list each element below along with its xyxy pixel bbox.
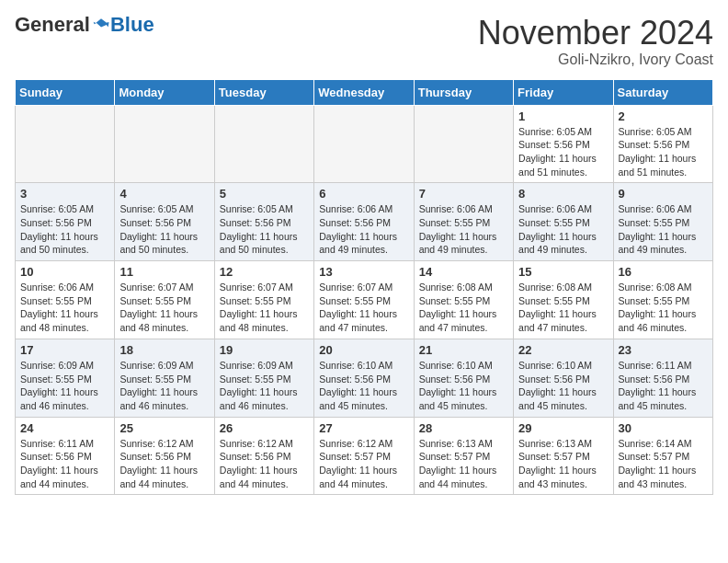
calendar-cell [115, 105, 214, 183]
calendar-cell: 20Sunrise: 6:10 AMSunset: 5:56 PMDayligh… [314, 339, 414, 417]
month-title: November 2024 [478, 15, 713, 52]
day-number: 23 [619, 343, 708, 357]
day-info: Sunrise: 6:11 AMSunset: 5:56 PMDaylight:… [20, 437, 109, 491]
day-number: 14 [419, 265, 508, 279]
calendar-cell [414, 105, 513, 183]
day-info: Sunrise: 6:13 AMSunset: 5:57 PMDaylight:… [518, 437, 608, 491]
day-info: Sunrise: 6:08 AMSunset: 5:55 PMDaylight:… [619, 281, 708, 335]
day-info: Sunrise: 6:05 AMSunset: 5:56 PMDaylight:… [20, 202, 109, 257]
day-info: Sunrise: 6:12 AMSunset: 5:56 PMDaylight:… [220, 437, 309, 491]
day-number: 26 [220, 421, 309, 435]
day-info: Sunrise: 6:13 AMSunset: 5:57 PMDaylight:… [419, 437, 508, 491]
col-header-saturday: Saturday [613, 79, 712, 105]
calendar-cell: 11Sunrise: 6:07 AMSunset: 5:55 PMDayligh… [115, 261, 214, 339]
logo: General Blue [15, 15, 154, 35]
calendar-cell: 6Sunrise: 6:06 AMSunset: 5:56 PMDaylight… [314, 183, 414, 261]
calendar-cell: 10Sunrise: 6:06 AMSunset: 5:55 PMDayligh… [16, 261, 115, 339]
day-info: Sunrise: 6:07 AMSunset: 5:55 PMDaylight:… [119, 281, 209, 335]
day-info: Sunrise: 6:12 AMSunset: 5:57 PMDaylight:… [319, 437, 408, 491]
day-info: Sunrise: 6:05 AMSunset: 5:56 PMDaylight:… [619, 125, 708, 179]
calendar-cell: 18Sunrise: 6:09 AMSunset: 5:55 PMDayligh… [115, 339, 214, 417]
day-number: 5 [220, 187, 309, 201]
calendar-cell: 4Sunrise: 6:05 AMSunset: 5:56 PMDaylight… [115, 183, 214, 261]
day-number: 3 [20, 187, 109, 201]
calendar-cell: 8Sunrise: 6:06 AMSunset: 5:55 PMDaylight… [514, 183, 613, 261]
day-number: 2 [619, 109, 708, 123]
calendar-cell: 26Sunrise: 6:12 AMSunset: 5:56 PMDayligh… [214, 417, 313, 495]
calendar-week-row: 1Sunrise: 6:05 AMSunset: 5:56 PMDaylight… [16, 105, 713, 183]
day-number: 20 [319, 343, 408, 357]
day-number: 13 [319, 265, 408, 279]
calendar-cell: 1Sunrise: 6:05 AMSunset: 5:56 PMDaylight… [514, 105, 613, 183]
col-header-wednesday: Wednesday [314, 79, 414, 105]
col-header-thursday: Thursday [414, 79, 513, 105]
day-info: Sunrise: 6:11 AMSunset: 5:56 PMDaylight:… [619, 359, 708, 413]
calendar-cell: 25Sunrise: 6:12 AMSunset: 5:56 PMDayligh… [115, 417, 214, 495]
page-header: General Blue November 2024 Goli-Nzikro, … [15, 15, 713, 68]
calendar-cell: 5Sunrise: 6:05 AMSunset: 5:56 PMDaylight… [214, 183, 313, 261]
day-info: Sunrise: 6:08 AMSunset: 5:55 PMDaylight:… [419, 281, 508, 335]
calendar-cell: 2Sunrise: 6:05 AMSunset: 5:56 PMDaylight… [613, 105, 712, 183]
day-info: Sunrise: 6:05 AMSunset: 5:56 PMDaylight:… [119, 202, 209, 257]
calendar-week-row: 24Sunrise: 6:11 AMSunset: 5:56 PMDayligh… [16, 417, 713, 495]
logo-general-text: General [15, 15, 90, 35]
calendar-cell [16, 105, 115, 183]
day-info: Sunrise: 6:06 AMSunset: 5:55 PMDaylight:… [419, 202, 508, 257]
calendar-cell: 12Sunrise: 6:07 AMSunset: 5:55 PMDayligh… [214, 261, 313, 339]
day-info: Sunrise: 6:07 AMSunset: 5:55 PMDaylight:… [220, 281, 309, 335]
calendar-cell: 19Sunrise: 6:09 AMSunset: 5:55 PMDayligh… [214, 339, 313, 417]
day-number: 19 [220, 343, 309, 357]
calendar-cell: 27Sunrise: 6:12 AMSunset: 5:57 PMDayligh… [314, 417, 414, 495]
day-number: 8 [518, 187, 608, 201]
calendar-cell: 22Sunrise: 6:10 AMSunset: 5:56 PMDayligh… [514, 339, 613, 417]
logo-blue-text: Blue [110, 15, 154, 35]
logo-bird-icon [92, 16, 110, 34]
calendar-cell: 14Sunrise: 6:08 AMSunset: 5:55 PMDayligh… [414, 261, 513, 339]
calendar-week-row: 10Sunrise: 6:06 AMSunset: 5:55 PMDayligh… [16, 261, 713, 339]
calendar-table: SundayMondayTuesdayWednesdayThursdayFrid… [15, 79, 713, 496]
calendar-cell: 16Sunrise: 6:08 AMSunset: 5:55 PMDayligh… [613, 261, 712, 339]
day-info: Sunrise: 6:07 AMSunset: 5:55 PMDaylight:… [319, 281, 408, 335]
calendar-cell: 30Sunrise: 6:14 AMSunset: 5:57 PMDayligh… [613, 417, 712, 495]
day-number: 12 [220, 265, 309, 279]
day-info: Sunrise: 6:05 AMSunset: 5:56 PMDaylight:… [220, 202, 309, 257]
day-info: Sunrise: 6:14 AMSunset: 5:57 PMDaylight:… [619, 437, 708, 491]
title-block: November 2024 Goli-Nzikro, Ivory Coast [478, 15, 713, 68]
col-header-sunday: Sunday [16, 79, 115, 105]
calendar-cell: 23Sunrise: 6:11 AMSunset: 5:56 PMDayligh… [613, 339, 712, 417]
calendar-week-row: 17Sunrise: 6:09 AMSunset: 5:55 PMDayligh… [16, 339, 713, 417]
day-info: Sunrise: 6:12 AMSunset: 5:56 PMDaylight:… [119, 437, 209, 491]
day-number: 4 [119, 187, 209, 201]
day-number: 15 [518, 265, 608, 279]
calendar-cell: 21Sunrise: 6:10 AMSunset: 5:56 PMDayligh… [414, 339, 513, 417]
day-info: Sunrise: 6:06 AMSunset: 5:55 PMDaylight:… [20, 281, 109, 335]
day-number: 16 [619, 265, 708, 279]
day-number: 28 [419, 421, 508, 435]
day-info: Sunrise: 6:10 AMSunset: 5:56 PMDaylight:… [518, 359, 608, 413]
day-info: Sunrise: 6:06 AMSunset: 5:56 PMDaylight:… [319, 202, 408, 257]
calendar-cell [214, 105, 313, 183]
calendar-cell: 28Sunrise: 6:13 AMSunset: 5:57 PMDayligh… [414, 417, 513, 495]
day-number: 29 [518, 421, 608, 435]
day-number: 1 [518, 109, 608, 123]
day-info: Sunrise: 6:09 AMSunset: 5:55 PMDaylight:… [119, 359, 209, 413]
day-number: 30 [619, 421, 708, 435]
day-number: 9 [619, 187, 708, 201]
col-header-monday: Monday [115, 79, 214, 105]
calendar-cell [314, 105, 414, 183]
day-info: Sunrise: 6:05 AMSunset: 5:56 PMDaylight:… [518, 125, 608, 179]
calendar-cell: 3Sunrise: 6:05 AMSunset: 5:56 PMDaylight… [16, 183, 115, 261]
calendar-cell: 17Sunrise: 6:09 AMSunset: 5:55 PMDayligh… [16, 339, 115, 417]
calendar-header-row: SundayMondayTuesdayWednesdayThursdayFrid… [16, 79, 713, 105]
day-info: Sunrise: 6:09 AMSunset: 5:55 PMDaylight:… [220, 359, 309, 413]
location-text: Goli-Nzikro, Ivory Coast [478, 52, 713, 68]
day-info: Sunrise: 6:10 AMSunset: 5:56 PMDaylight:… [319, 359, 408, 413]
calendar-cell: 24Sunrise: 6:11 AMSunset: 5:56 PMDayligh… [16, 417, 115, 495]
col-header-friday: Friday [514, 79, 613, 105]
calendar-week-row: 3Sunrise: 6:05 AMSunset: 5:56 PMDaylight… [16, 183, 713, 261]
day-number: 17 [20, 343, 109, 357]
day-info: Sunrise: 6:09 AMSunset: 5:55 PMDaylight:… [20, 359, 109, 413]
day-info: Sunrise: 6:08 AMSunset: 5:55 PMDaylight:… [518, 281, 608, 335]
day-number: 6 [319, 187, 408, 201]
day-number: 18 [119, 343, 209, 357]
